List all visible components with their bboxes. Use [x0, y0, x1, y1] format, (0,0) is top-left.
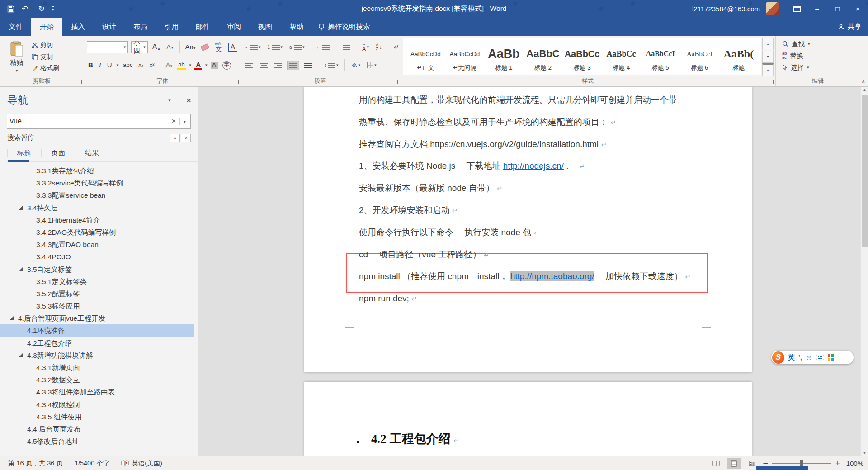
document-page-1[interactable]: 用的构建工具配置，带来现代化的前端开发流程。只需几分钟即可创建并启动一个带 热重…	[304, 87, 752, 372]
style-item[interactable]: AaBbCc 标题 4	[602, 39, 641, 74]
character-shading-button[interactable]: A	[211, 62, 218, 69]
nav-heading-item[interactable]: 4.3.5 组件使用	[0, 411, 198, 423]
ribbon-tab[interactable]: 视图	[250, 18, 281, 36]
navigation-options-dropdown-icon[interactable]: ▾	[168, 97, 171, 103]
font-name-dropdown-icon[interactable]: ▾	[124, 45, 126, 49]
clear-formatting-button[interactable]	[200, 44, 210, 51]
styles-scroll-up-button[interactable]: ▴	[762, 38, 774, 50]
customize-quick-access-icon[interactable]: ▾	[52, 6, 54, 12]
zoom-level[interactable]: 100%	[844, 460, 863, 467]
ribbon-tab[interactable]: 插入	[62, 18, 94, 36]
vertical-scrollbar[interactable]: ▲ ▼	[860, 87, 868, 456]
nav-search-box[interactable]: × ▾	[7, 114, 191, 129]
search-options-dropdown-icon[interactable]: ▾	[179, 118, 188, 125]
font-name-combo[interactable]: ▾	[87, 41, 128, 53]
nav-heading-item[interactable]: 4.3.1新增页面	[0, 361, 198, 374]
show-hide-marks-button[interactable]: ↵	[392, 42, 401, 52]
style-item[interactable]: AaBbCcDd ↵无间隔	[445, 39, 485, 74]
align-center-button[interactable]	[258, 61, 269, 70]
nav-heading-item[interactable]: 4.1环境准备	[0, 324, 194, 337]
nav-heading-item[interactable]: 3.3.3配置service bean	[0, 189, 198, 201]
select-dropdown-icon[interactable]: ▾	[807, 65, 809, 70]
ribbon-tab[interactable]: 邮件	[187, 18, 218, 36]
find-dropdown-icon[interactable]: ▾	[808, 42, 810, 46]
tell-me-search[interactable]: 操作说明搜索	[318, 18, 370, 36]
sogou-logo-icon[interactable]: S	[772, 351, 784, 364]
minimize-button[interactable]: –	[807, 0, 827, 18]
superscript-button[interactable]: x²	[148, 61, 156, 69]
navigation-close-icon[interactable]: ×	[186, 95, 191, 105]
character-scaling-button[interactable]: ↔A▾	[360, 41, 371, 53]
underline-button[interactable]: U	[106, 61, 113, 70]
nav-heading-item[interactable]: 3.4.1Hibernate4简介	[0, 214, 198, 226]
nav-heading-item[interactable]: 4.3.3将组件添加至路由表	[0, 386, 198, 398]
font-color-dropdown-icon[interactable]: ▾	[205, 63, 208, 67]
ime-language-toggle[interactable]: 英	[788, 353, 795, 362]
avatar[interactable]	[766, 2, 779, 15]
ribbon-tab[interactable]: 设计	[94, 18, 125, 36]
nav-heading-item[interactable]: 3.3.1类存放包介绍	[0, 165, 198, 177]
zoom-slider-thumb[interactable]	[800, 460, 803, 466]
tab-file[interactable]: 文件	[0, 18, 31, 36]
ribbon-tab[interactable]: 开始	[31, 18, 62, 36]
format-painter-button[interactable]: 格式刷	[32, 63, 59, 74]
next-result-button[interactable]: ∨	[181, 134, 191, 142]
nav-tab[interactable]: 页面	[41, 147, 75, 161]
scroll-up-arrow[interactable]: ▲	[861, 88, 868, 92]
nav-search-input[interactable]	[10, 117, 168, 125]
nav-tab[interactable]: 标题	[7, 147, 41, 161]
multilevel-list-button[interactable]: a▾	[288, 43, 307, 52]
grow-font-button[interactable]: A▲	[151, 42, 162, 52]
style-item[interactable]: AaBbCc 标题 3	[562, 39, 602, 74]
word-count[interactable]: 1/5400 个字	[75, 459, 109, 468]
ime-emoji-icon[interactable]: ☺	[806, 354, 812, 361]
font-size-combo[interactable]: 小四 ▾	[131, 41, 148, 53]
change-case-button[interactable]: Aa▾	[184, 43, 197, 52]
style-item[interactable]: AaBb 标题 1	[484, 39, 524, 74]
style-item[interactable]: AaBb( 标题	[719, 39, 759, 74]
strikethrough-button[interactable]: abc	[122, 61, 134, 69]
restore-button[interactable]: □	[827, 0, 848, 18]
paragraph-dialog-launcher[interactable]	[394, 80, 398, 84]
align-right-button[interactable]	[273, 61, 284, 70]
text-effects-button[interactable]: A▾	[165, 61, 174, 70]
nav-tab[interactable]: 结果	[75, 147, 109, 161]
document-page-2[interactable]: 4.2 工程包介绍 ↵	[304, 382, 752, 456]
nav-heading-item[interactable]: 4.3.4权限控制	[0, 399, 198, 411]
justify-button[interactable]	[287, 61, 299, 70]
ribbon-tab[interactable]: 审阅	[218, 18, 250, 36]
styles-scroll-down-button[interactable]: ▾	[762, 51, 774, 63]
font-color-button[interactable]: A	[194, 60, 202, 71]
proofing-status[interactable]: 英语(美国)	[121, 459, 162, 468]
borders-button[interactable]: ▾	[365, 61, 378, 70]
save-icon[interactable]	[7, 5, 14, 13]
paste-button[interactable]: 粘贴 ▾	[3, 38, 31, 75]
nav-heading-item[interactable]: 4.3.2数据交互	[0, 374, 198, 386]
ribbon-tab[interactable]: 帮助	[281, 18, 312, 36]
undo-button[interactable]: ↶▾	[22, 5, 31, 13]
clipboard-dialog-launcher[interactable]	[78, 80, 82, 84]
scroll-down-arrow[interactable]: ▼	[861, 451, 868, 455]
highlight-color-button[interactable]: ab	[177, 61, 186, 70]
line-spacing-button[interactable]: ↕▾	[322, 61, 340, 70]
style-item[interactable]: AaBbC 标题 2	[524, 39, 563, 74]
sort-button[interactable]: AZ↓	[374, 42, 384, 52]
highlight-dropdown-icon[interactable]: ▾	[189, 63, 192, 67]
redo-button[interactable]: ↻	[38, 5, 45, 13]
numbering-button[interactable]: 1▾	[266, 43, 285, 52]
distribute-button[interactable]	[302, 61, 314, 70]
find-button[interactable]: 查找 ▾	[782, 38, 858, 50]
ribbon-display-options-button[interactable]: ↑	[787, 0, 807, 18]
align-left-button[interactable]	[244, 61, 255, 70]
nav-heading-item[interactable]: 4.5修改后台地址	[0, 435, 198, 447]
nav-heading-item[interactable]: 4.2工程包介绍	[0, 337, 198, 349]
replace-button[interactable]: abac 替换	[782, 50, 858, 62]
increase-indent-button[interactable]: →	[335, 43, 352, 52]
character-border-button[interactable]: A	[227, 42, 239, 52]
subscript-button[interactable]: x₂	[137, 61, 145, 69]
zoom-in-button[interactable]: +	[835, 459, 840, 468]
ime-punctuation-toggle[interactable]: ’,	[798, 354, 802, 361]
decrease-indent-button[interactable]: ←	[315, 43, 332, 52]
style-item[interactable]: AaBbCcDd ↵正文	[406, 39, 445, 74]
close-button[interactable]: ×	[848, 0, 868, 18]
